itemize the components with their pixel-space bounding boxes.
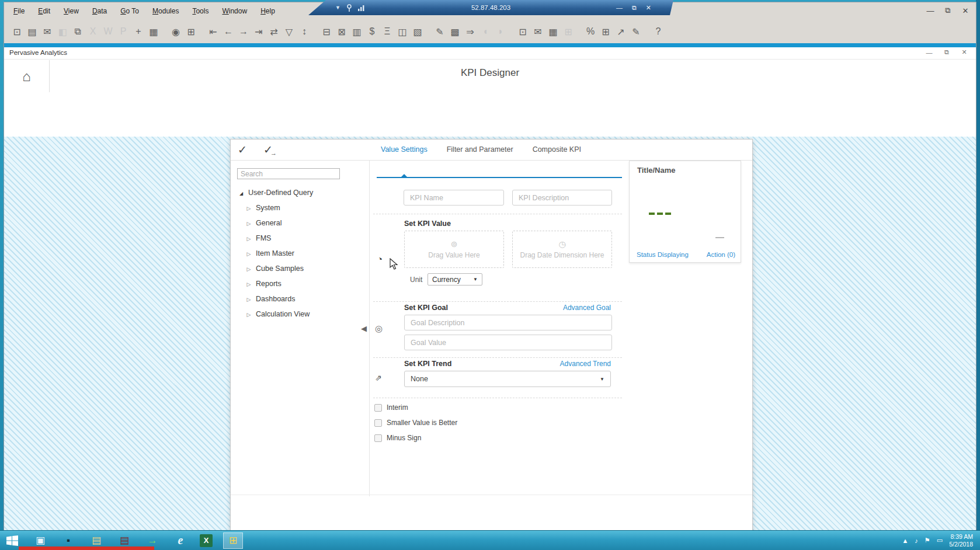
toolbar-icon[interactable]: ▥: [350, 25, 364, 39]
toolbar-icon[interactable]: ◧: [55, 25, 69, 39]
toolbar-icon[interactable]: ↕: [297, 25, 311, 39]
network-icon[interactable]: ▭: [937, 537, 943, 544]
tree-expand-icon[interactable]: [245, 219, 253, 227]
menu-item[interactable]: Data: [90, 6, 109, 16]
taskbar-icon[interactable]: ▪: [60, 533, 77, 548]
tray-expand-icon[interactable]: ▲: [902, 537, 908, 544]
advanced-goal-link[interactable]: Advanced Goal: [563, 304, 611, 312]
toolbar-icon[interactable]: ⊟: [319, 25, 333, 39]
tree-item[interactable]: System: [231, 200, 369, 215]
toolbar-icon[interactable]: %: [583, 25, 597, 39]
toolbar-icon[interactable]: ✉: [40, 25, 54, 39]
smaller-value-checkbox[interactable]: [374, 419, 382, 427]
tree-expand-icon[interactable]: [237, 189, 245, 197]
toolbar-icon[interactable]: →: [237, 25, 251, 39]
drag-date-dimension-dropzone[interactable]: ◷ Drag Date Dimension Here: [512, 231, 612, 268]
close-icon[interactable]: ✕: [961, 6, 970, 15]
toolbar-icon[interactable]: W: [101, 25, 115, 39]
toolbar-icon[interactable]: ⊞: [184, 25, 198, 39]
taskbar-icon[interactable]: ▤: [116, 533, 133, 548]
toolbar-icon[interactable]: ←: [221, 25, 235, 39]
tab[interactable]: Filter and Parameter: [447, 145, 513, 156]
tree-expand-icon[interactable]: [245, 204, 253, 212]
menu-item[interactable]: View: [61, 6, 81, 16]
toolbar-icon[interactable]: ?: [651, 25, 665, 39]
toolbar-icon[interactable]: ✎: [433, 25, 447, 39]
interim-checkbox[interactable]: [374, 404, 382, 412]
tree-expand-icon[interactable]: [245, 264, 253, 273]
toolbar-icon[interactable]: ⊡: [10, 25, 24, 39]
action-link[interactable]: Action (0): [707, 251, 735, 258]
goal-value-field[interactable]: [404, 335, 612, 350]
toolbar-icon[interactable]: ⇄: [267, 25, 281, 39]
toolbar-icon[interactable]: ▤: [25, 25, 39, 39]
tree-expand-icon[interactable]: [245, 280, 253, 288]
drag-value-dropzone[interactable]: ⊚ Drag Value Here: [404, 231, 504, 268]
volume-muted-icon[interactable]: ♪: [915, 537, 918, 544]
kpi-description-field[interactable]: [512, 190, 612, 206]
taskbar-icon[interactable]: X: [200, 534, 213, 547]
tree-item[interactable]: User-Defined Query: [231, 185, 369, 200]
goal-description-field[interactable]: [404, 315, 612, 330]
tree-item[interactable]: FMS: [231, 231, 369, 246]
unit-select[interactable]: Currency ▼: [428, 273, 482, 286]
menu-item[interactable]: File: [11, 6, 27, 16]
tab[interactable]: Composite KPI: [533, 145, 581, 156]
restore-icon[interactable]: ⧉: [943, 6, 953, 15]
tree-expand-icon[interactable]: [245, 295, 253, 303]
taskbar-icon[interactable]: →: [144, 533, 161, 548]
toolbar-icon[interactable]: ↗: [614, 25, 628, 39]
menu-item[interactable]: Go To: [118, 6, 141, 16]
toolbar-icon[interactable]: ▩: [448, 25, 462, 39]
toolbar-icon[interactable]: ⇤: [206, 25, 220, 39]
toolbar-icon[interactable]: ▦: [546, 25, 560, 39]
close-icon[interactable]: ✕: [960, 48, 969, 56]
toolbar-icon[interactable]: ⧉: [71, 25, 85, 39]
toolbar-icon[interactable]: P: [116, 25, 130, 39]
menu-item[interactable]: Window: [220, 6, 249, 16]
menu-item[interactable]: Modules: [150, 6, 181, 16]
toolbar-icon[interactable]: ▽: [282, 25, 296, 39]
confirm-button[interactable]: ✓: [238, 143, 255, 156]
toolbar-icon[interactable]: ⊠: [335, 25, 349, 39]
restore-icon[interactable]: ⧉: [942, 48, 951, 56]
action-center-icon[interactable]: ⚑: [925, 537, 930, 544]
taskbar-clock[interactable]: 8:39 AM 5/2/2018: [949, 533, 976, 548]
close-icon[interactable]: ✕: [646, 4, 651, 12]
menu-item[interactable]: Edit: [36, 6, 53, 16]
tree-item[interactable]: Cube Samples: [231, 261, 369, 276]
confirm-and-next-button[interactable]: ✓→: [263, 143, 281, 156]
start-button[interactable]: [4, 533, 21, 548]
toolbar-icon[interactable]: ◗: [494, 25, 508, 39]
taskbar-icon[interactable]: ▣: [32, 533, 49, 548]
menu-item[interactable]: Help: [258, 6, 277, 16]
toolbar-icon[interactable]: ◉: [169, 25, 183, 39]
toolbar-icon[interactable]: Ξ: [380, 25, 394, 39]
advanced-trend-link[interactable]: Advanced Trend: [560, 360, 611, 368]
restore-icon[interactable]: ⧉: [632, 4, 637, 12]
tree-expand-icon[interactable]: [245, 310, 253, 318]
minimize-icon[interactable]: —: [616, 4, 623, 12]
toolbar-icon[interactable]: $: [365, 25, 379, 39]
toolbar-icon[interactable]: ▦: [147, 25, 161, 39]
tree-expand-icon[interactable]: [245, 249, 253, 257]
minus-sign-checkbox[interactable]: [374, 434, 382, 442]
taskbar-icon[interactable]: ▤: [88, 533, 105, 548]
toolbar-icon[interactable]: ⇥: [252, 25, 266, 39]
tree-expand-icon[interactable]: [245, 234, 253, 242]
toolbar-icon[interactable]: ▧: [411, 25, 425, 39]
toolbar-icon[interactable]: ✉: [531, 25, 545, 39]
toolbar-icon[interactable]: ◖: [478, 25, 492, 39]
minimize-icon[interactable]: —: [925, 49, 934, 56]
toolbar-icon[interactable]: ✎: [629, 25, 643, 39]
toolbar-icon[interactable]: ⇒: [463, 25, 477, 39]
trend-select[interactable]: None ▼: [404, 371, 611, 387]
tab[interactable]: Value Settings: [381, 145, 428, 156]
kpi-name-field[interactable]: [404, 190, 504, 206]
toolbar-icon[interactable]: ◫: [395, 25, 409, 39]
tree-item[interactable]: Reports: [231, 276, 369, 291]
taskbar-icon[interactable]: e: [172, 533, 189, 548]
toolbar-icon[interactable]: X: [86, 25, 100, 39]
status-displaying-link[interactable]: Status Displaying: [637, 251, 689, 258]
toolbar-icon[interactable]: +: [131, 25, 145, 39]
